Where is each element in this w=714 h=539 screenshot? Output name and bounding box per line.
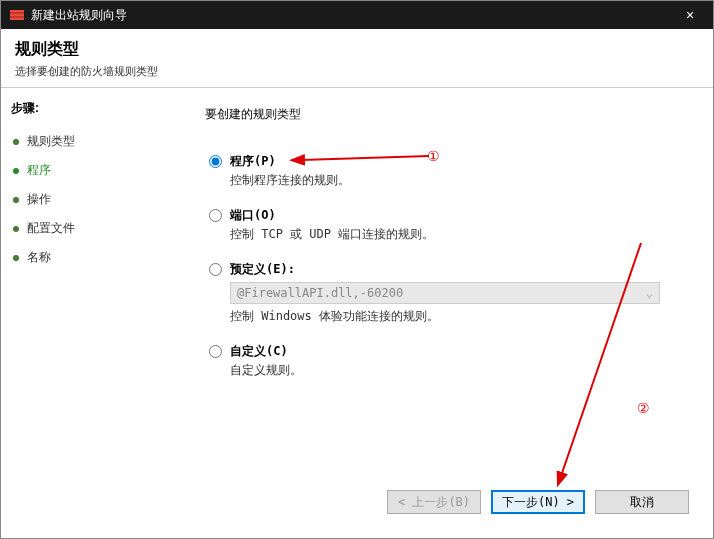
radio-texts: 预定义(E): @FirewallAPI.dll,-60200 ⌄ 控制 Win…	[230, 261, 689, 337]
header: 规则类型 选择要创建的防火墙规则类型	[1, 29, 713, 88]
step-label: 配置文件	[27, 220, 75, 237]
predefined-value: @FirewallAPI.dll,-60200	[237, 286, 403, 300]
svg-rect-1	[10, 10, 24, 12]
step-action[interactable]: 操作	[11, 185, 171, 214]
step-label: 名称	[27, 249, 51, 266]
radio-texts: 程序(P) 控制程序连接的规则。	[230, 153, 689, 201]
rule-type-radio-group: 程序(P) 控制程序连接的规则。 端口(O) 控制 TCP 或 UDP 端口连接…	[209, 153, 689, 397]
radio-label: 预定义(E):	[230, 261, 689, 278]
step-program[interactable]: 程序	[11, 156, 171, 185]
svg-rect-2	[10, 14, 24, 16]
radio-option-program[interactable]: 程序(P) 控制程序连接的规则。	[209, 153, 689, 201]
titlebar: 新建出站规则向导 ×	[1, 1, 713, 29]
radio-port[interactable]	[209, 209, 222, 222]
step-label: 操作	[27, 191, 51, 208]
radio-desc: 控制 Windows 体验功能连接的规则。	[230, 308, 689, 325]
step-name[interactable]: 名称	[11, 243, 171, 272]
back-button: < 上一步(B)	[387, 490, 481, 514]
steps-sidebar: 步骤: 规则类型 程序 操作 配置文件 名称	[1, 88, 181, 538]
radio-label: 程序(P)	[230, 153, 689, 170]
step-label: 规则类型	[27, 133, 75, 150]
bullet-icon	[13, 255, 19, 261]
radio-program[interactable]	[209, 155, 222, 168]
steps-title: 步骤:	[11, 100, 171, 117]
radio-option-port[interactable]: 端口(O) 控制 TCP 或 UDP 端口连接的规则。	[209, 207, 689, 255]
radio-custom[interactable]	[209, 345, 222, 358]
chevron-down-icon: ⌄	[646, 286, 653, 300]
svg-rect-3	[10, 18, 24, 20]
bullet-icon	[13, 168, 19, 174]
radio-texts: 自定义(C) 自定义规则。	[230, 343, 689, 391]
footer-buttons: < 上一步(B) 下一步(N) > 取消	[205, 484, 689, 526]
cancel-button[interactable]: 取消	[595, 490, 689, 514]
radio-label: 端口(O)	[230, 207, 689, 224]
next-button[interactable]: 下一步(N) >	[491, 490, 585, 514]
radio-label: 自定义(C)	[230, 343, 689, 360]
bullet-icon	[13, 139, 19, 145]
predefined-dropdown[interactable]: @FirewallAPI.dll,-60200 ⌄	[230, 282, 660, 304]
window-title: 新建出站规则向导	[31, 7, 675, 24]
body: 步骤: 规则类型 程序 操作 配置文件 名称 要创建的规	[1, 88, 713, 538]
step-rule-type[interactable]: 规则类型	[11, 127, 171, 156]
page-subtitle: 选择要创建的防火墙规则类型	[15, 64, 699, 79]
page-title: 规则类型	[15, 39, 699, 60]
bullet-icon	[13, 197, 19, 203]
content-panel: 要创建的规则类型 程序(P) 控制程序连接的规则。 端口(O) 控制 TCP 或…	[181, 88, 713, 538]
radio-option-predefined[interactable]: 预定义(E): @FirewallAPI.dll,-60200 ⌄ 控制 Win…	[209, 261, 689, 337]
firewall-icon	[9, 7, 25, 23]
step-label: 程序	[27, 162, 51, 179]
radio-desc: 控制 TCP 或 UDP 端口连接的规则。	[230, 226, 689, 243]
close-button[interactable]: ×	[675, 1, 705, 29]
step-profile[interactable]: 配置文件	[11, 214, 171, 243]
radio-option-custom[interactable]: 自定义(C) 自定义规则。	[209, 343, 689, 391]
annotation-num-2: ②	[637, 400, 650, 417]
radio-desc: 控制程序连接的规则。	[230, 172, 689, 189]
radio-desc: 自定义规则。	[230, 362, 689, 379]
radio-predefined[interactable]	[209, 263, 222, 276]
wizard-window: 新建出站规则向导 × 规则类型 选择要创建的防火墙规则类型 步骤: 规则类型 程…	[0, 0, 714, 539]
bullet-icon	[13, 226, 19, 232]
content-title: 要创建的规则类型	[205, 106, 689, 123]
radio-texts: 端口(O) 控制 TCP 或 UDP 端口连接的规则。	[230, 207, 689, 255]
